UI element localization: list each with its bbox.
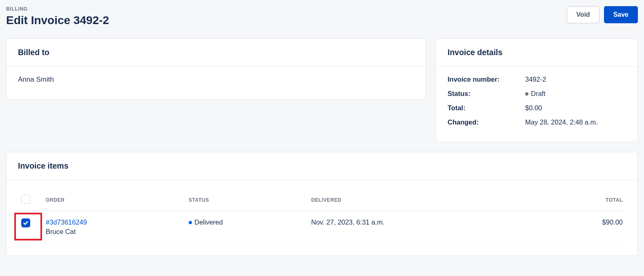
row-checkbox-wrap	[21, 218, 30, 227]
header-title-block: BILLING Edit Invoice 3492-2	[6, 6, 109, 27]
billed-to-card: Billed to Anna Smith	[6, 38, 426, 100]
invoice-details-title: Invoice details	[448, 48, 626, 57]
billed-to-title: Billed to	[18, 48, 414, 57]
detail-value-total: $0.00	[525, 104, 542, 112]
void-button[interactable]: Void	[567, 6, 599, 23]
col-header-total: TOTAL	[545, 189, 626, 211]
row-status-text: Delivered	[194, 218, 223, 226]
col-header-delivered: DELIVERED	[308, 189, 545, 211]
detail-value-invoice-number: 3492-2	[525, 76, 546, 83]
page-title: Edit Invoice 3492-2	[6, 14, 109, 27]
billed-to-header: Billed to	[7, 39, 426, 67]
col-header-order: ORDER	[42, 189, 185, 211]
detail-value-status: Draft	[525, 90, 546, 98]
detail-row-invoice-number: Invoice number: 3492-2	[448, 76, 626, 83]
col-header-status: STATUS	[185, 189, 308, 211]
invoice-details-body: Invoice number: 3492-2 Status: Draft Tot…	[436, 67, 637, 142]
detail-row-status: Status: Draft	[448, 90, 626, 98]
detail-row-changed: Changed: May 28, 2024, 2:48 a.m.	[448, 118, 626, 126]
order-customer: Bruce Cat	[46, 228, 182, 236]
row-checkbox[interactable]	[21, 218, 30, 227]
breadcrumb: BILLING	[6, 6, 109, 12]
detail-label-invoice-number: Invoice number:	[448, 76, 525, 83]
invoice-items-card: Invoice items ORDER STATUS DELIVERED TOT…	[6, 152, 638, 256]
cell-order: #3d73616249 Bruce Cat	[42, 211, 185, 243]
invoice-items-table-wrap: ORDER STATUS DELIVERED TOTAL	[7, 189, 637, 243]
cell-status: Delivered	[185, 211, 308, 243]
table-header-row: ORDER STATUS DELIVERED TOTAL	[18, 189, 626, 211]
detail-row-total: Total: $0.00	[448, 104, 626, 112]
cell-checkbox	[18, 211, 42, 243]
select-all-checkbox[interactable]	[21, 195, 30, 204]
detail-label-changed: Changed:	[448, 118, 525, 126]
detail-label-total: Total:	[448, 104, 525, 112]
detail-status-text: Draft	[531, 90, 546, 97]
invoice-details-card: Invoice details Invoice number: 3492-2 S…	[436, 38, 638, 142]
top-cards-row: Billed to Anna Smith Invoice details Inv…	[6, 38, 638, 142]
status-dot-icon	[525, 92, 528, 96]
detail-label-status: Status:	[448, 90, 525, 98]
invoice-items-header: Invoice items	[7, 152, 637, 180]
col-header-checkbox	[18, 189, 42, 211]
invoice-items-title: Invoice items	[18, 161, 626, 171]
page-header: BILLING Edit Invoice 3492-2 Void Save	[6, 6, 638, 27]
invoice-details-header: Invoice details	[436, 39, 637, 67]
cell-total: $90.00	[545, 211, 626, 243]
billed-to-body: Anna Smith	[7, 67, 426, 99]
status-dot-icon	[189, 221, 192, 224]
detail-value-changed: May 28, 2024, 2:48 a.m.	[525, 118, 598, 126]
billed-to-name: Anna Smith	[18, 76, 414, 84]
cell-delivered: Nov. 27, 2023, 6:31 a.m.	[308, 211, 545, 243]
invoice-items-table: ORDER STATUS DELIVERED TOTAL	[18, 189, 626, 243]
check-icon	[23, 220, 29, 226]
table-row: #3d73616249 Bruce Cat Delivered Nov. 27,…	[18, 211, 626, 243]
order-link[interactable]: #3d73616249	[46, 218, 87, 226]
save-button[interactable]: Save	[604, 6, 638, 23]
header-actions: Void Save	[567, 6, 638, 23]
